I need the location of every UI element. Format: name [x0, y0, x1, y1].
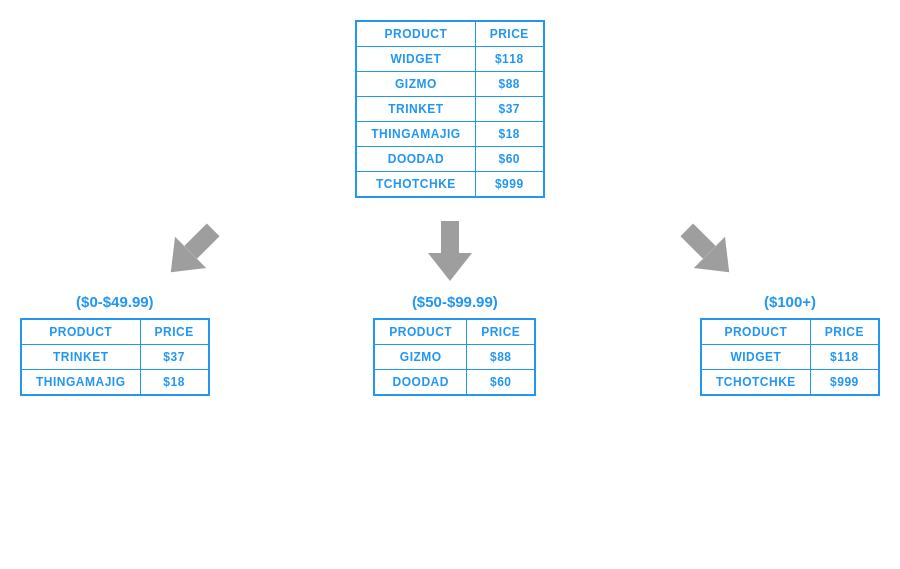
section-label: ($50-$99.99) [412, 293, 498, 310]
table-cell: WIDGET [356, 47, 475, 72]
table-cell: DOODAD [374, 370, 466, 396]
table-cell: $88 [475, 72, 544, 97]
table-cell: $999 [810, 370, 879, 396]
table-header: PRICE [140, 319, 209, 345]
table-cell: $999 [475, 172, 544, 198]
arrow-left-diagonal [155, 214, 229, 288]
top-table-wrapper: PRODUCT PRICE WIDGET$118GIZMO$88TRINKET$… [355, 20, 545, 198]
table-cell: TCHOTCHKE [701, 370, 810, 396]
table-cell: TRINKET [356, 97, 475, 122]
section-label: ($0-$49.99) [76, 293, 154, 310]
section-label: ($100+) [764, 293, 816, 310]
arrow-shaft [441, 221, 459, 253]
bottom-section-0: ($0-$49.99)PRODUCTPRICETRINKET$37THINGAM… [20, 293, 210, 396]
table-cell: GIZMO [356, 72, 475, 97]
arrow-center-down [428, 221, 472, 281]
table-cell: $118 [475, 47, 544, 72]
top-table-body: WIDGET$118GIZMO$88TRINKET$37THINGAMAJIG$… [356, 47, 544, 198]
table-cell: TRINKET [21, 345, 140, 370]
table-cell: $18 [140, 370, 209, 396]
table-cell: $18 [475, 122, 544, 147]
arrows-container [170, 206, 730, 281]
table-cell: $60 [467, 370, 536, 396]
table-cell: $60 [475, 147, 544, 172]
table-cell: TCHOTCHKE [356, 172, 475, 198]
bottom-table-0: PRODUCTPRICETRINKET$37THINGAMAJIG$18 [20, 318, 210, 396]
top-table: PRODUCT PRICE WIDGET$118GIZMO$88TRINKET$… [355, 20, 545, 198]
arrow-head [428, 253, 472, 281]
table-header: PRICE [810, 319, 879, 345]
table-cell: DOODAD [356, 147, 475, 172]
bottom-table-1: PRODUCTPRICEGIZMO$88DOODAD$60 [373, 318, 536, 396]
table-header: PRICE [467, 319, 536, 345]
table-cell: $37 [140, 345, 209, 370]
top-table-header-price: PRICE [475, 21, 544, 47]
table-header: PRODUCT [701, 319, 810, 345]
table-cell: THINGAMAJIG [21, 370, 140, 396]
table-cell: WIDGET [701, 345, 810, 370]
table-header: PRODUCT [21, 319, 140, 345]
bottom-section-2: ($100+)PRODUCTPRICEWIDGET$118TCHOTCHKE$9… [700, 293, 880, 396]
bottom-section-1: ($50-$99.99)PRODUCTPRICEGIZMO$88DOODAD$6… [373, 293, 536, 396]
bottom-row: ($0-$49.99)PRODUCTPRICETRINKET$37THINGAM… [20, 293, 880, 396]
table-cell: $88 [467, 345, 536, 370]
table-cell: THINGAMAJIG [356, 122, 475, 147]
table-cell: GIZMO [374, 345, 466, 370]
bottom-table-2: PRODUCTPRICEWIDGET$118TCHOTCHKE$999 [700, 318, 880, 396]
arrow-right-diagonal [671, 214, 745, 288]
table-cell: $118 [810, 345, 879, 370]
table-cell: $37 [475, 97, 544, 122]
main-container: PRODUCT PRICE WIDGET$118GIZMO$88TRINKET$… [0, 0, 900, 569]
table-header: PRODUCT [374, 319, 466, 345]
top-table-header-product: PRODUCT [356, 21, 475, 47]
